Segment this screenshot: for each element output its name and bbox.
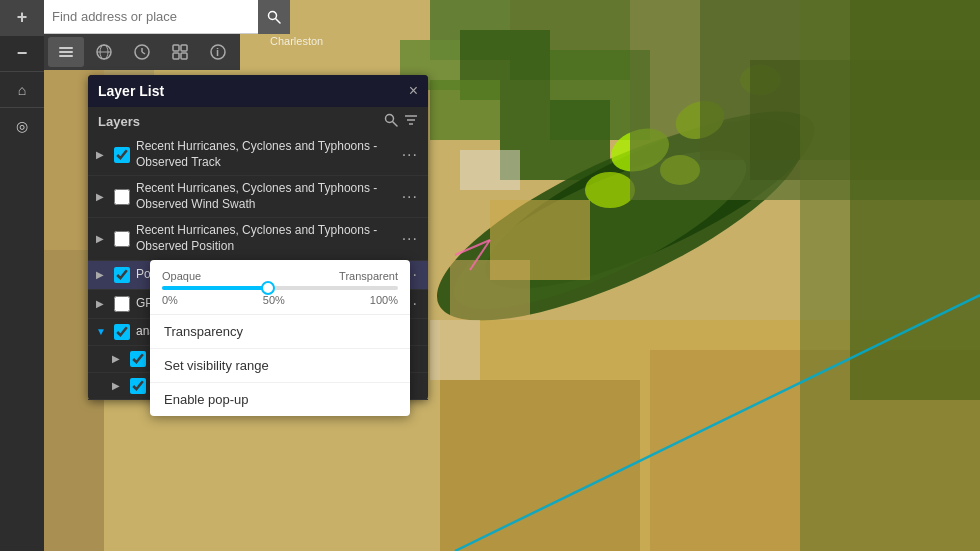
expand-analysis-ocean[interactable]: ▼ [96, 326, 112, 337]
svg-text:i: i [216, 46, 219, 58]
zoom-in-button[interactable]: + [0, 0, 44, 36]
opacity-pct-labels: 0% 50% 100% [162, 294, 398, 306]
set-visibility-range-menu-item[interactable]: Set visibility range [150, 349, 410, 383]
checkbox-gpm[interactable] [114, 296, 130, 312]
svg-text:Charleston: Charleston [270, 35, 323, 47]
pct-50-label: 50% [263, 294, 285, 306]
enable-popup-menu-item[interactable]: Enable pop-up [150, 383, 410, 416]
analysis-widget-button[interactable] [162, 37, 198, 67]
svg-rect-46 [181, 45, 187, 51]
search-bar [44, 0, 290, 34]
label-hurricanes-position: Recent Hurricanes, Cyclones and Typhoons… [136, 223, 400, 254]
opaque-label: Opaque [162, 270, 201, 282]
expand-gpm[interactable]: ▶ [96, 298, 112, 309]
svg-point-14 [585, 172, 635, 208]
home-button[interactable]: ⌂ [0, 72, 44, 108]
opacity-popup: Opaque Transparent 0% 50% 100% Transpare… [150, 260, 410, 416]
pct-100-label: 100% [370, 294, 398, 306]
svg-line-35 [276, 18, 281, 23]
svg-rect-36 [59, 47, 73, 49]
zoom-out-button[interactable]: − [0, 36, 44, 72]
layers-label-row: Layers [88, 107, 428, 134]
widget-bar: i [44, 34, 240, 70]
layer-item-hurricanes-track: ▶ Recent Hurricanes, Cyclones and Typhoo… [88, 134, 428, 176]
search-layers-button[interactable] [384, 113, 398, 130]
expand-sst-pacific[interactable]: ▶ [112, 353, 128, 364]
opacity-slider-section: Opaque Transparent 0% 50% 100% [150, 260, 410, 315]
checkbox-hurricanes-track[interactable] [114, 147, 130, 163]
opacity-slider-track[interactable] [162, 286, 398, 290]
label-hurricanes-track: Recent Hurricanes, Cyclones and Typhoons… [136, 139, 400, 170]
layer-item-hurricanes-position: ▶ Recent Hurricanes, Cyclones and Typhoo… [88, 218, 428, 260]
svg-rect-38 [59, 55, 73, 57]
opacity-labels: Opaque Transparent [162, 270, 398, 282]
svg-rect-26 [430, 320, 480, 380]
more-hurricanes-position[interactable]: ··· [400, 230, 420, 248]
expand-sst-atlantic[interactable]: ▶ [112, 380, 128, 391]
svg-rect-47 [173, 53, 179, 59]
svg-rect-25 [460, 150, 520, 190]
checkbox-sst-pacific[interactable] [130, 351, 146, 367]
expand-hurricanes-position[interactable]: ▶ [96, 233, 112, 244]
expand-popgrid[interactable]: ▶ [96, 269, 112, 280]
checkbox-hurricanes-position[interactable] [114, 231, 130, 247]
svg-rect-19 [450, 260, 530, 320]
search-input[interactable] [44, 9, 258, 24]
checkbox-sst-atlantic[interactable] [130, 378, 146, 394]
filter-layers-button[interactable] [404, 113, 418, 130]
svg-rect-21 [440, 380, 640, 551]
checkbox-hurricanes-wind[interactable] [114, 189, 130, 205]
layers-widget-button[interactable] [48, 37, 84, 67]
svg-rect-48 [181, 53, 187, 59]
svg-rect-5 [430, 80, 500, 140]
basemap-widget-button[interactable] [86, 37, 122, 67]
transparent-label: Transparent [339, 270, 398, 282]
time-widget-button[interactable] [124, 37, 160, 67]
svg-line-52 [393, 122, 398, 127]
layer-list-close-button[interactable]: × [409, 83, 418, 99]
more-hurricanes-track[interactable]: ··· [400, 146, 420, 164]
layer-list-title: Layer List [98, 83, 164, 99]
opacity-slider-thumb[interactable] [261, 281, 275, 295]
pct-0-label: 0% [162, 294, 178, 306]
transparency-menu-item[interactable]: Transparency [150, 315, 410, 349]
svg-rect-24 [850, 0, 980, 400]
layers-label: Layers [98, 114, 140, 129]
locate-button[interactable]: ◎ [0, 108, 44, 144]
expand-hurricanes-track[interactable]: ▶ [96, 149, 112, 160]
svg-rect-37 [59, 51, 73, 53]
svg-line-44 [142, 52, 145, 54]
opacity-slider-fill [162, 286, 268, 290]
label-hurricanes-wind: Recent Hurricanes, Cyclones and Typhoons… [136, 181, 400, 212]
info-widget-button[interactable]: i [200, 37, 236, 67]
search-button[interactable] [258, 0, 290, 34]
layer-item-hurricanes-wind: ▶ Recent Hurricanes, Cyclones and Typhoo… [88, 176, 428, 218]
svg-rect-45 [173, 45, 179, 51]
toolbar: + − ⌂ ◎ [0, 0, 44, 551]
expand-hurricanes-wind[interactable]: ▶ [96, 191, 112, 202]
checkbox-analysis-ocean[interactable] [114, 324, 130, 340]
more-hurricanes-wind[interactable]: ··· [400, 188, 420, 206]
layer-list-header: Layer List × [88, 75, 428, 107]
checkbox-popgrid[interactable] [114, 267, 130, 283]
